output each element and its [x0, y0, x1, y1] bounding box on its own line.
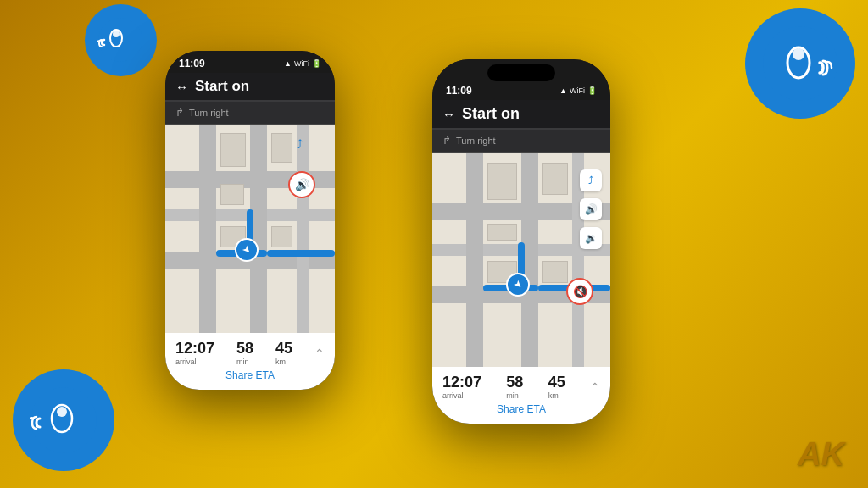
- battery-icon-right: 🔋: [587, 86, 597, 95]
- route-h2-left: [267, 250, 335, 257]
- turn-icon-right: ↱: [442, 135, 451, 147]
- nav-direction-icon-right: ↔: [442, 107, 455, 121]
- km-stat-left: 45 km: [275, 340, 292, 366]
- voice-face-bottom-left-icon: [30, 386, 97, 454]
- share-side-button-right[interactable]: ⤴: [580, 169, 602, 191]
- time-left: 11:09: [179, 58, 205, 69]
- bottom-bar-left: 12:07 arrival 58 min 45 km ⌃ Share ETA: [165, 333, 335, 390]
- turn-icon-left: ↱: [175, 107, 184, 119]
- volume-side-button-right[interactable]: 🔊: [580, 198, 602, 220]
- wifi-icon-left: WiFi: [294, 59, 309, 68]
- building1-right: [487, 163, 517, 200]
- turn-text-right: Turn right: [456, 136, 496, 146]
- building3-left: [220, 184, 244, 205]
- status-icons-right: ▲ WiFi 🔋: [559, 86, 597, 95]
- phone-right: 11:09 ▲ WiFi 🔋 ↔ Start on ↱ Turn right: [432, 59, 610, 424]
- turn-bar-left: ↱ Turn right: [165, 102, 335, 125]
- map-left: ➤ 🔊 ⤴: [165, 125, 335, 333]
- km-stat-right: 45 km: [548, 374, 565, 400]
- road-v3-left: [297, 125, 309, 333]
- minutes-stat-right: 58 min: [506, 374, 523, 400]
- turn-bar-right: ↱ Turn right: [432, 130, 610, 152]
- sound-button-left[interactable]: 🔊: [288, 171, 315, 198]
- voice-face-top-right-icon: [762, 25, 838, 102]
- voice-face-icon: [97, 17, 144, 64]
- minutes-stat-left: 58 min: [236, 340, 253, 366]
- building5-left: [271, 226, 292, 247]
- arrival-stat-right: 12:07 arrival: [442, 374, 481, 400]
- road-v1-left: [199, 125, 216, 333]
- location-pin-right: ➤: [506, 273, 530, 297]
- arrival-stat-left: 12:07 arrival: [175, 340, 214, 366]
- sound-button-muted-right[interactable]: 🔇: [566, 278, 593, 305]
- wifi-icon-right: WiFi: [570, 86, 585, 95]
- map-right: ➤ 🔇 ⤴ 🔊 🔉: [432, 152, 610, 367]
- dynamic-island-area: [432, 59, 610, 83]
- svg-point-2: [113, 30, 120, 37]
- phone-left: 11:09 ▲ WiFi 🔋 ↔ Start on ↱ Turn right: [165, 51, 335, 390]
- nav-title-left: Start on: [195, 78, 249, 95]
- status-bar-right: 11:09 ▲ WiFi 🔋: [432, 83, 610, 100]
- road-v1-right: [466, 152, 483, 367]
- volume-down-side-button-right[interactable]: 🔉: [580, 227, 602, 249]
- bottom-bar-right: 12:07 arrival 58 min 45 km ⌃ Share ETA: [432, 367, 610, 424]
- voice-circle-top-right: [745, 8, 855, 119]
- nav-title-right: Start on: [462, 105, 520, 123]
- building3-right: [487, 224, 517, 241]
- turn-text-left: Turn right: [189, 108, 229, 118]
- dynamic-island: [487, 64, 555, 81]
- chevron-up-left[interactable]: ⌃: [314, 347, 325, 360]
- svg-point-5: [57, 407, 67, 417]
- sound-muted-icon-right: 🔇: [573, 285, 587, 298]
- chevron-up-right[interactable]: ⌃: [590, 380, 600, 394]
- sound-icon-left: 🔊: [295, 178, 309, 191]
- share-eta-right[interactable]: Share ETA: [442, 400, 600, 420]
- svg-point-8: [793, 48, 804, 60]
- signal-icon-left: ▲: [284, 59, 292, 68]
- time-right: 11:09: [446, 85, 472, 97]
- share-icon-left[interactable]: ⤴: [297, 137, 303, 151]
- status-bar-left: 11:09 ▲ WiFi 🔋: [165, 51, 335, 73]
- nav-header-right: ↔ Start on: [432, 100, 610, 128]
- building1-left: [220, 133, 246, 167]
- ak-watermark: AK: [798, 436, 844, 473]
- voice-circle-bottom-left: [13, 369, 114, 471]
- signal-icon-right: ▲: [559, 86, 567, 95]
- building2-right: [542, 163, 568, 195]
- nav-header-left: ↔ Start on: [165, 73, 335, 100]
- share-eta-left[interactable]: Share ETA: [175, 366, 325, 386]
- location-pin-left: ➤: [235, 238, 259, 262]
- status-icons-left: ▲ WiFi 🔋: [284, 59, 321, 68]
- building2-left: [271, 133, 292, 163]
- nav-direction-icon-left: ↔: [175, 80, 188, 94]
- voice-circle-top: [85, 4, 157, 76]
- battery-icon-left: 🔋: [312, 59, 321, 68]
- building5-right: [542, 261, 568, 283]
